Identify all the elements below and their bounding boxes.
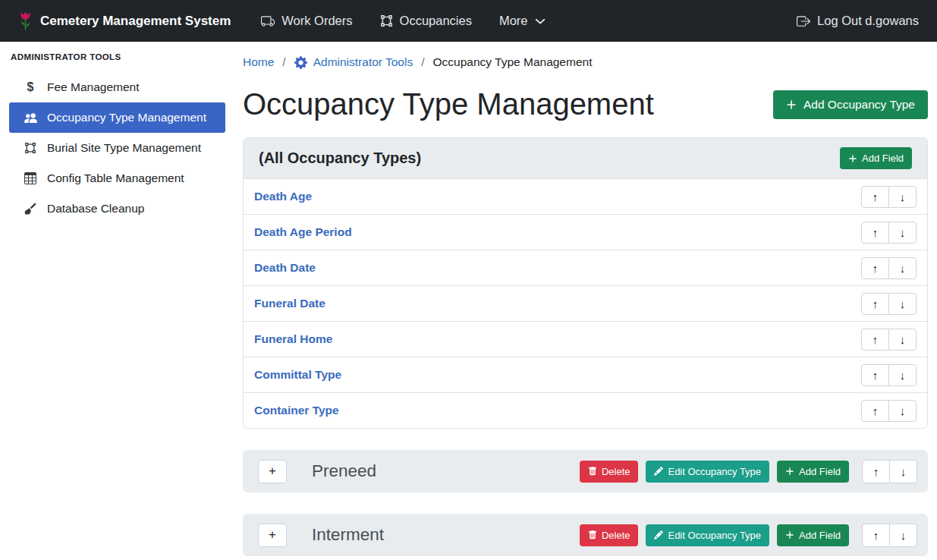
nav-occupancies-label: Occupancies	[400, 14, 472, 28]
breadcrumb-home-link[interactable]: Home	[243, 55, 274, 69]
gear-icon	[294, 56, 307, 69]
move-down-button[interactable]: ↓	[888, 257, 917, 279]
plus-icon	[785, 467, 794, 476]
field-link[interactable]: Death Date	[254, 261, 316, 275]
section-interment: + Interment Delete Edit Occupancy Type A…	[243, 514, 928, 556]
brand-title: Cemetery Management System	[40, 14, 231, 29]
field-row: Container Type ↑ ↓	[244, 392, 927, 428]
all-occupancy-types-card: (All Occupancy Types) Add Field Death Ag…	[243, 137, 928, 429]
reorder-group: ↑ ↓	[862, 524, 917, 547]
reorder-group: ↑ ↓	[861, 293, 917, 315]
field-link[interactable]: Container Type	[254, 404, 339, 417]
move-down-button[interactable]: ↓	[888, 186, 917, 208]
add-field-button[interactable]: Add Field	[777, 461, 849, 483]
plus-icon	[848, 154, 857, 163]
move-down-button[interactable]: ↓	[888, 293, 917, 315]
breadcrumb: Home / Administrator Tools / Occupancy T…	[243, 55, 928, 69]
logout-icon	[797, 14, 810, 28]
breadcrumb-separator: /	[282, 55, 285, 69]
field-row: Death Age ↑ ↓	[244, 178, 927, 214]
sidebar-item-label: Config Table Management	[47, 171, 184, 185]
nav-occupancies[interactable]: Occupancies	[380, 14, 472, 28]
move-up-button[interactable]: ↑	[861, 293, 889, 315]
section-title: Preneed	[312, 461, 376, 481]
move-down-button[interactable]: ↓	[888, 400, 917, 422]
edit-occupancy-type-button[interactable]: Edit Occupancy Type	[646, 461, 769, 483]
sidebar-item-fee-management[interactable]: $ Fee Management	[9, 72, 225, 102]
field-row: Death Age Period ↑ ↓	[244, 214, 927, 250]
field-row: Death Date ↑ ↓	[244, 250, 927, 285]
field-link[interactable]: Funeral Home	[254, 332, 332, 346]
vector-square-icon	[380, 14, 393, 27]
dollar-icon: $	[22, 80, 39, 94]
add-field-label: Add Field	[799, 466, 841, 477]
sidebar-item-label: Database Cleanup	[47, 202, 144, 216]
plus-icon	[785, 530, 794, 540]
move-down-button[interactable]: ↓	[888, 364, 917, 386]
navbar-brand[interactable]: Cemetery Management System	[18, 11, 231, 31]
logout-button[interactable]: Log Out d.gowans	[797, 14, 919, 28]
navbar-links: Work Orders Occupancies More	[261, 14, 545, 28]
breadcrumb-admin-tools-link[interactable]: Administrator Tools	[294, 55, 413, 69]
sidebar: Administrator Tools $ Fee Management Occ…	[0, 42, 234, 560]
move-up-button[interactable]: ↑	[861, 222, 889, 244]
edit-occupancy-type-label: Edit Occupancy Type	[668, 466, 761, 477]
nav-more-label: More	[499, 14, 528, 28]
delete-label: Delete	[602, 530, 630, 541]
section-actions: Delete Edit Occupancy Type Add Field	[580, 524, 849, 546]
truck-icon	[261, 14, 275, 28]
sidebar-item-config-table-management[interactable]: Config Table Management	[9, 163, 225, 193]
expand-button[interactable]: +	[258, 524, 287, 547]
logout-label: Log Out d.gowans	[817, 14, 919, 28]
field-link[interactable]: Committal Type	[254, 368, 341, 382]
add-field-button[interactable]: Add Field	[777, 524, 849, 546]
field-row: Funeral Date ↑ ↓	[244, 285, 927, 321]
add-field-label: Add Field	[862, 153, 904, 164]
sidebar-item-burial-site-type-management[interactable]: Burial Site Type Management	[9, 133, 225, 163]
move-up-button[interactable]: ↑	[861, 364, 889, 386]
add-occupancy-type-button[interactable]: Add Occupancy Type	[773, 90, 928, 119]
card-header: (All Occupancy Types) Add Field	[244, 138, 927, 178]
expand-button[interactable]: +	[258, 460, 287, 483]
nav-more[interactable]: More	[499, 14, 546, 28]
section-preneed: + Preneed Delete Edit Occupancy Type Add…	[243, 450, 928, 492]
move-down-button[interactable]: ↓	[889, 524, 917, 547]
breadcrumb-current: Occupancy Type Management	[433, 55, 593, 69]
sidebar-item-occupancy-type-management[interactable]: Occupancy Type Management	[9, 102, 225, 133]
page-title: Occupancy Type Management	[243, 86, 654, 122]
pencil-icon	[654, 467, 663, 476]
sidebar-item-database-cleanup[interactable]: Database Cleanup	[9, 193, 225, 224]
edit-occupancy-type-button[interactable]: Edit Occupancy Type	[646, 524, 769, 546]
sidebar-item-label: Fee Management	[47, 80, 140, 94]
add-field-button[interactable]: Add Field	[840, 147, 912, 169]
move-up-button[interactable]: ↑	[862, 524, 890, 547]
move-up-button[interactable]: ↑	[861, 186, 889, 208]
delete-button[interactable]: Delete	[580, 461, 639, 483]
main-content: Home / Administrator Tools / Occupancy T…	[234, 42, 937, 560]
field-link[interactable]: Death Age Period	[254, 225, 352, 239]
reorder-group: ↑ ↓	[861, 222, 917, 244]
vector-square-icon	[22, 142, 39, 154]
title-row: Occupancy Type Management Add Occupancy …	[243, 86, 928, 122]
delete-button[interactable]: Delete	[580, 524, 639, 546]
card-title: (All Occupancy Types)	[259, 149, 421, 167]
move-down-button[interactable]: ↓	[888, 329, 917, 351]
move-down-button[interactable]: ↓	[888, 222, 917, 244]
move-up-button[interactable]: ↑	[862, 460, 890, 483]
field-link[interactable]: Funeral Date	[254, 297, 325, 310]
trash-icon	[588, 530, 597, 540]
move-down-button[interactable]: ↓	[889, 460, 917, 483]
move-up-button[interactable]: ↑	[861, 329, 889, 351]
nav-work-orders[interactable]: Work Orders	[261, 14, 352, 28]
field-row: Committal Type ↑ ↓	[244, 357, 927, 392]
delete-label: Delete	[602, 466, 630, 477]
field-link[interactable]: Death Age	[254, 190, 312, 203]
reorder-group: ↑ ↓	[861, 329, 917, 351]
move-up-button[interactable]: ↑	[861, 400, 889, 422]
reorder-group: ↑ ↓	[861, 186, 917, 208]
broom-icon	[22, 203, 39, 215]
move-up-button[interactable]: ↑	[861, 257, 889, 279]
breadcrumb-separator: /	[421, 55, 424, 69]
users-icon	[22, 112, 39, 124]
table-icon	[22, 172, 39, 184]
